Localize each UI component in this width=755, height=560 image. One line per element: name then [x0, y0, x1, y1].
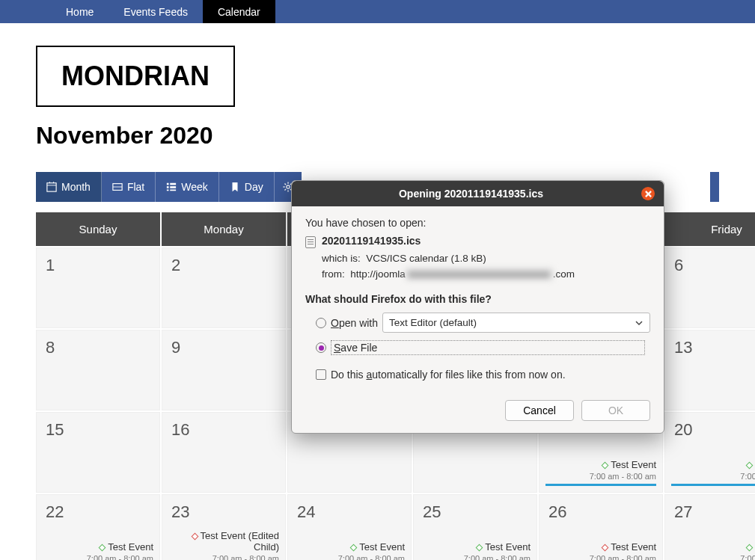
- chevron-down-icon: [635, 319, 644, 327]
- header-friday: Friday: [664, 212, 755, 246]
- day-cell[interactable]: 20 Test E 7:00 am - 8: [664, 412, 755, 493]
- event-marker-icon: [99, 544, 106, 552]
- day-cell[interactable]: 22 Test Event 7:00 am - 8:00 am: [36, 494, 160, 560]
- svg-rect-11: [171, 190, 177, 191]
- calendar-event[interactable]: Test Event (Edited Child) 7:00 am - 8:00…: [168, 530, 279, 560]
- event-marker-icon: [476, 544, 483, 552]
- top-nav: Home Events Feeds Calendar: [0, 0, 755, 23]
- radio-open-with[interactable]: [316, 318, 326, 328]
- day-cell[interactable]: 1: [36, 247, 160, 328]
- calendar-event[interactable]: Test E 7:00 am - 8: [671, 459, 755, 486]
- day-cell[interactable]: 15: [36, 412, 160, 493]
- svg-rect-10: [167, 190, 169, 191]
- nav-calendar[interactable]: Calendar: [203, 0, 275, 23]
- day-cell[interactable]: 6: [664, 247, 755, 328]
- dialog-question: What should Firefox do with this file?: [305, 293, 650, 305]
- site-logo: MONDRIAN: [36, 46, 235, 107]
- list-icon: [166, 182, 177, 192]
- cancel-button[interactable]: Cancel: [505, 400, 574, 421]
- nav-home[interactable]: Home: [51, 0, 108, 23]
- radio-open-with-label[interactable]: Open with: [331, 317, 378, 329]
- dialog-intro-text: You have chosen to open:: [305, 217, 650, 229]
- close-icon: [645, 191, 652, 197]
- event-marker-icon: [745, 462, 753, 470]
- flat-icon: [112, 182, 123, 192]
- view-month-button[interactable]: Month: [36, 172, 102, 202]
- day-cell[interactable]: 2: [162, 247, 286, 328]
- radio-save-file[interactable]: [316, 342, 326, 353]
- download-dialog: Opening 20201119141935.ics You have chos…: [291, 180, 664, 434]
- nav-events-feeds[interactable]: Events Feeds: [108, 0, 203, 23]
- view-flat-button[interactable]: Flat: [102, 172, 156, 202]
- dialog-close-button[interactable]: [641, 187, 655, 200]
- dialog-filename: 20201119141935.ics: [322, 235, 421, 247]
- logo-text: MONDRIAN: [61, 61, 210, 92]
- toolbar-right-stub[interactable]: [710, 172, 719, 202]
- header-sunday: Sunday: [36, 212, 160, 246]
- page-title: November 2020: [36, 122, 719, 150]
- event-marker-icon: [191, 533, 198, 541]
- svg-rect-0: [47, 183, 56, 191]
- day-cell[interactable]: 16: [162, 412, 286, 493]
- day-cell[interactable]: 27 Test E 7:00 am - 8: [664, 494, 755, 560]
- dialog-titlebar[interactable]: Opening 20201119141935.ics: [292, 181, 664, 206]
- header-monday: Monday: [162, 212, 286, 246]
- bookmark-icon: [230, 182, 240, 192]
- calendar-event[interactable]: Test Event 7:00 am - 8:00 am: [420, 541, 531, 560]
- svg-rect-7: [171, 183, 177, 185]
- radio-save-file-label[interactable]: Save File: [331, 340, 645, 355]
- calendar-event[interactable]: Test Event 7:00 am - 8:00 am: [43, 541, 153, 560]
- view-day-button[interactable]: Day: [219, 172, 275, 202]
- checkbox-remember[interactable]: [316, 369, 326, 380]
- event-marker-icon: [350, 544, 358, 552]
- open-with-select[interactable]: Text Editor (default): [382, 313, 650, 333]
- event-marker-icon: [602, 544, 609, 552]
- dialog-source: from: http://joomlaxxxxxxxxxxxxxxxxxxxxx…: [322, 268, 650, 280]
- day-cell[interactable]: 24 Test Event 7:00 am - 8:00 am: [287, 494, 412, 560]
- calendar-event[interactable]: Test Event 7:00 am - 8:00 am: [545, 541, 656, 560]
- calendar-icon: [46, 182, 57, 192]
- svg-line-17: [284, 183, 286, 185]
- day-cell[interactable]: 26 Test Event 7:00 am - 8:00 am: [539, 494, 663, 560]
- dialog-filetype: which is: VCS/ICS calendar (1.8 kB): [322, 253, 650, 264]
- calendar-event[interactable]: Test Event 7:00 am - 8:00 am: [294, 541, 405, 560]
- checkbox-remember-label[interactable]: Do this automatically for files like thi…: [331, 369, 566, 381]
- day-cell[interactable]: 9: [162, 330, 286, 410]
- day-cell[interactable]: 25 Test Event 7:00 am - 8:00 am: [413, 494, 537, 560]
- calendar-event[interactable]: Test Event 7:00 am - 8:00 am: [545, 459, 656, 486]
- svg-rect-6: [167, 183, 169, 185]
- file-icon: [305, 236, 316, 248]
- svg-point-12: [287, 185, 290, 188]
- svg-rect-8: [167, 186, 169, 188]
- view-week-button[interactable]: Week: [156, 172, 219, 202]
- ok-button[interactable]: OK: [581, 400, 650, 421]
- svg-rect-9: [171, 186, 177, 188]
- day-cell[interactable]: 23 Test Event (Edited Child) 7:00 am - 8…: [162, 494, 286, 560]
- day-cell[interactable]: 13: [664, 330, 755, 410]
- dialog-title: Opening 20201119141935.ics: [301, 188, 641, 200]
- svg-line-19: [284, 189, 286, 191]
- event-marker-icon: [602, 462, 609, 470]
- day-cell[interactable]: 8: [36, 330, 160, 410]
- calendar-event[interactable]: Test E 7:00 am - 8: [671, 541, 755, 560]
- event-marker-icon: [745, 544, 753, 552]
